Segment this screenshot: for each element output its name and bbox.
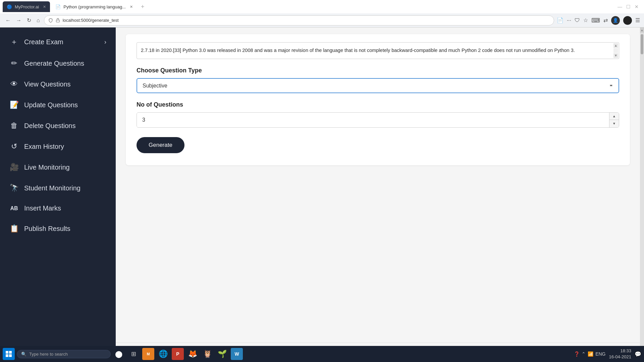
sync-icon[interactable]: ⇄ — [603, 17, 608, 23]
wifi-icon[interactable]: 📶 — [588, 351, 593, 357]
binoculars-icon: 🔭 — [9, 184, 19, 192]
marks-icon: AB — [9, 205, 19, 212]
avatar-icon[interactable] — [623, 16, 632, 25]
taskbar-date: 16-04-2021 — [609, 354, 632, 360]
maximize-button[interactable]: ☐ — [626, 4, 631, 9]
taskbar-firefox-icon[interactable]: 🦊 — [186, 348, 199, 360]
nav-bar: ← → ↻ ⌂ 📄 ··· 🛡 ☆ ⌨ ⇄ 👤 ☰ — [0, 13, 644, 27]
number-input-wrapper: ▲ ▼ — [137, 112, 619, 128]
taskbar-owl-icon[interactable]: 🦉 — [201, 348, 213, 360]
history-icon: ↺ — [9, 142, 19, 151]
camera-icon: 🎥 — [9, 163, 19, 172]
taskbar-powerpoint-icon[interactable]: P — [172, 348, 184, 360]
sidebar-label-generate-questions: Generate Questions — [24, 60, 84, 67]
taskbar-plant-icon[interactable]: 🌱 — [216, 348, 228, 360]
content-scroll: 2.7.18 in 2020.[33] Python 3.0 was relea… — [116, 27, 640, 343]
tab1-title: MyProctor.ai — [15, 4, 39, 9]
taskbar-mysql-icon[interactable]: M — [142, 348, 154, 360]
sidebar-item-publish-results[interactable]: 📋 Publish Results — [0, 218, 116, 239]
taskbar-right: ❓ ⌃ 📶 ENG 18:33 16-04-2021 💬 — [574, 348, 641, 360]
taskbar-edge-icon[interactable]: 🌐 — [157, 348, 169, 360]
close-window-button[interactable]: ✕ — [635, 4, 639, 9]
nav-icons: 📄 ··· 🛡 ☆ ⌨ ⇄ 👤 ☰ — [557, 16, 640, 25]
taskbar-circle-icon[interactable]: ⬤ — [113, 348, 125, 360]
page-scroll-up[interactable]: ▲ — [640, 27, 644, 33]
pencil-icon: ✏ — [9, 59, 19, 68]
question-circle-icon[interactable]: ❓ — [574, 351, 580, 357]
edit-icon: 📝 — [9, 101, 19, 109]
start-button[interactable] — [3, 348, 15, 360]
sidebar-item-generate-questions[interactable]: ✏ Generate Questions — [0, 53, 116, 74]
window-controls: — ☐ ✕ — [618, 4, 641, 9]
new-tab-button[interactable]: + — [138, 3, 147, 10]
text-scrollbar-track — [613, 48, 618, 53]
clipboard-icon: 📋 — [9, 224, 19, 233]
spinner-up-button[interactable]: ▲ — [609, 113, 619, 120]
sidebar-item-update-questions[interactable]: 📝 Update Questions — [0, 95, 116, 115]
tab-python[interactable]: 📄 Python (programming languag... ✕ — [51, 1, 137, 12]
taskbar-search-text: Type here to search — [29, 352, 68, 357]
svg-rect-0 — [56, 20, 59, 22]
reader-icon[interactable]: 📄 — [557, 17, 564, 23]
bookmark-icon[interactable]: ☆ — [583, 17, 588, 23]
notification-icon[interactable]: 💬 — [635, 351, 641, 357]
menu-icon[interactable]: ☰ — [635, 17, 640, 23]
taskbar-grid-icon[interactable]: ⊞ — [127, 348, 140, 360]
sidebar-item-delete-questions[interactable]: 🗑 Delete Questions — [0, 115, 116, 136]
page-scrollbar[interactable]: ▲ ▼ — [640, 27, 644, 362]
minimize-button[interactable]: — — [618, 4, 622, 9]
no-of-questions-input[interactable] — [137, 113, 609, 127]
spinner-down-button[interactable]: ▼ — [609, 120, 619, 127]
svg-rect-4 — [9, 354, 12, 357]
taskbar-search-box[interactable]: 🔍 Type here to search — [17, 350, 111, 358]
taskbar: 🔍 Type here to search ⬤ ⊞ M 🌐 P 🦊 🦉 🌱 W … — [0, 346, 644, 362]
generate-button[interactable]: Generate — [137, 137, 184, 153]
tab1-favicon: 🔵 — [7, 4, 12, 9]
sidebar-label-view-questions: View Questions — [24, 80, 71, 88]
text-scrollbar-up[interactable]: ▲ — [613, 43, 618, 48]
sidebar-label-delete-questions: Delete Questions — [24, 122, 75, 130]
taskbar-app-icons: ⬤ ⊞ M 🌐 P 🦊 🦉 🌱 W — [113, 348, 243, 360]
profile-icon[interactable]: 👤 — [611, 16, 620, 25]
sidebar-label-update-questions: Update Questions — [24, 101, 78, 109]
shield-icon — [48, 18, 53, 23]
question-type-select[interactable]: Subjective Objective MCQ — [137, 78, 619, 93]
no-of-questions-label: No of Questions — [137, 101, 619, 108]
sidebar-item-exam-history[interactable]: ↺ Exam History — [0, 136, 116, 157]
sidebar: ＋ Create Exam › ✏ Generate Questions 👁 V… — [0, 27, 116, 362]
text-scrollbar-down[interactable]: ▼ — [613, 53, 618, 58]
time-block: 18:33 16-04-2021 — [609, 348, 632, 360]
taskbar-time: 18:33 — [609, 348, 632, 354]
library-icon[interactable]: ⌨ — [591, 17, 600, 24]
tab2-close[interactable]: ✕ — [130, 5, 133, 9]
eye-icon: 👁 — [9, 80, 19, 88]
taskbar-sys-icons: ❓ ⌃ 📶 ENG — [574, 351, 605, 357]
sidebar-item-insert-marks[interactable]: AB Insert Marks — [0, 198, 116, 218]
tab1-close[interactable]: ✕ — [43, 5, 46, 9]
app-layout: ＋ Create Exam › ✏ Generate Questions 👁 V… — [0, 27, 644, 362]
lock-icon — [56, 18, 60, 22]
windows-icon — [5, 351, 12, 357]
taskbar-search-icon: 🔍 — [21, 352, 26, 357]
page-scroll-thumb[interactable] — [641, 34, 643, 54]
back-button[interactable]: ← — [4, 16, 12, 25]
tab-myproctor[interactable]: 🔵 MyProctor.ai ✕ — [3, 1, 50, 12]
pocket-icon[interactable]: 🛡 — [575, 17, 580, 23]
address-input[interactable] — [63, 18, 550, 23]
text-display-box: 2.7.18 in 2020.[33] Python 3.0 was relea… — [137, 42, 619, 59]
refresh-button[interactable]: ↻ — [25, 16, 33, 25]
sidebar-label-publish-results: Publish Results — [24, 225, 70, 233]
chevron-up-icon[interactable]: ⌃ — [582, 351, 586, 357]
sidebar-label-live-monitoring: Live Monitoring — [24, 164, 70, 171]
text-scrollbar[interactable]: ▲ ▼ — [613, 43, 618, 59]
more-icon[interactable]: ··· — [567, 17, 571, 23]
number-spinners: ▲ ▼ — [609, 113, 619, 127]
sidebar-item-view-questions[interactable]: 👁 View Questions — [0, 74, 116, 95]
sidebar-item-live-monitoring[interactable]: 🎥 Live Monitoring — [0, 157, 116, 178]
forward-button[interactable]: → — [15, 16, 23, 25]
taskbar-word-icon[interactable]: W — [231, 348, 243, 360]
sidebar-item-student-monitoring[interactable]: 🔭 Student Monitoring — [0, 178, 116, 198]
content-area: 2.7.18 in 2020.[33] Python 3.0 was relea… — [116, 27, 640, 362]
home-button[interactable]: ⌂ — [35, 16, 41, 25]
sidebar-item-create-exam[interactable]: ＋ Create Exam › — [0, 31, 116, 53]
